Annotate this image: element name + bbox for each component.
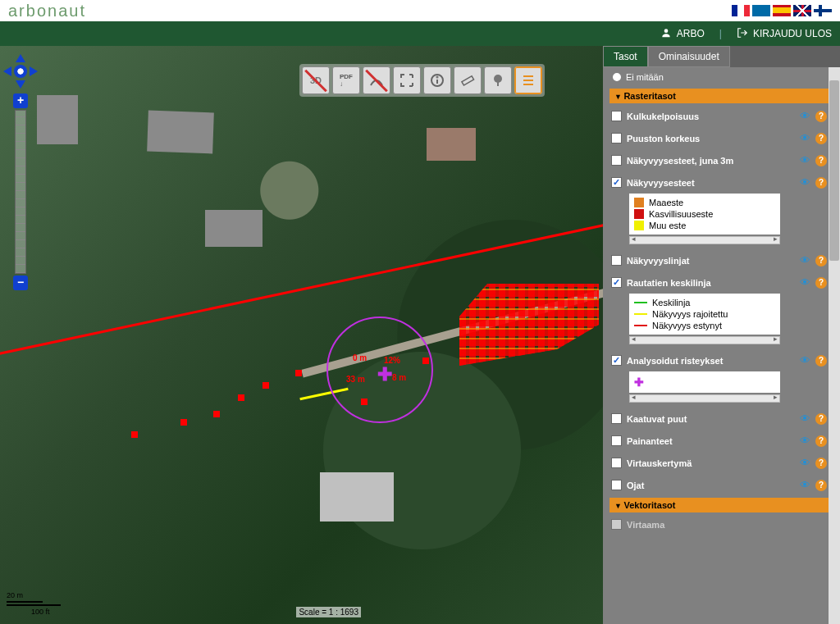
layer-checkbox[interactable]	[611, 177, 622, 188]
layer-checkbox[interactable]	[611, 111, 622, 121]
pan-right-button[interactable]	[30, 66, 38, 76]
layer-checkbox[interactable]	[611, 480, 622, 490]
visibility-icon[interactable]: 👁	[800, 154, 810, 166]
flag-fi[interactable]	[814, 5, 832, 16]
nav-control: + −	[5, 56, 36, 290]
pdf-export-button[interactable]: PDF↓	[332, 66, 360, 94]
map-toolbar: 3D PDF↓	[299, 64, 545, 97]
radio-icon	[613, 73, 621, 81]
flag-es[interactable]	[773, 5, 791, 16]
scale-bar: 20 m 100 ft	[7, 591, 61, 616]
layer-kulkukelpoisuus: Kulkukelpoisuus 👁 ?	[609, 105, 829, 127]
layer-checkbox[interactable]	[611, 133, 622, 143]
divider: |	[719, 28, 722, 39]
visibility-icon[interactable]: 👁	[800, 435, 810, 447]
help-icon[interactable]: ?	[815, 355, 827, 367]
pan-center-button[interactable]	[14, 65, 27, 78]
svg-point-5	[494, 75, 502, 83]
help-icon[interactable]: ?	[815, 133, 827, 144]
layer-virtaama: Virtaama	[609, 514, 829, 535]
svg-point-3	[437, 77, 438, 78]
layer-analysoidut-risteykset: Analysoidut risteykset 👁 ?	[609, 349, 829, 371]
basemap-none[interactable]: Ei mitään	[609, 71, 829, 87]
legend-crossings: ✚	[629, 371, 780, 393]
layer-kaatuvat-puut: Kaatuvat puut 👁 ?	[609, 408, 829, 430]
legend-toggle-button[interactable]	[514, 66, 542, 94]
visibility-icon[interactable]: 👁	[800, 479, 810, 491]
user-icon	[660, 27, 672, 41]
sidebar-tabs: Tasot Ominaisuudet	[603, 46, 840, 67]
help-icon[interactable]: ?	[815, 155, 827, 166]
measure-button[interactable]	[454, 66, 482, 94]
help-icon[interactable]: ?	[815, 177, 827, 189]
user-label[interactable]: ARBO	[677, 28, 705, 39]
layer-checkbox[interactable]	[611, 255, 622, 266]
zoom-out-button[interactable]: −	[13, 276, 28, 290]
obstacle-cell	[295, 370, 302, 376]
building	[37, 95, 78, 144]
legend-rail: Keskilinja Näkyvyys rajoitettu Näkyvyys …	[629, 294, 780, 335]
logout-icon	[737, 27, 748, 41]
visibility-icon[interactable]: 👁	[800, 176, 810, 189]
tab-ominaisuudet[interactable]: Ominaisuudet	[648, 46, 730, 67]
info-button[interactable]	[423, 66, 451, 94]
section-raster[interactable]: Rasteritasot	[609, 89, 829, 103]
layer-checkbox[interactable]	[611, 519, 622, 530]
layer-checkbox[interactable]	[611, 458, 622, 468]
visibility-icon[interactable]: 👁	[800, 457, 810, 469]
help-icon[interactable]: ?	[815, 458, 827, 469]
help-icon[interactable]: ?	[815, 255, 827, 266]
tree-button[interactable]	[484, 66, 512, 94]
layer-checkbox[interactable]	[611, 155, 622, 166]
layer-checkbox[interactable]	[611, 277, 622, 288]
legend-scrollbar[interactable]	[629, 236, 780, 244]
layer-nakyvyys-juna: Näkyvyysesteet, juna 3m 👁 ?	[609, 149, 829, 171]
help-icon[interactable]: ?	[815, 277, 827, 289]
layer-rautatien-keskilinja: Rautatien keskilinja 👁 ?	[609, 271, 829, 294]
help-icon[interactable]: ?	[815, 413, 827, 425]
flag-fr[interactable]	[732, 5, 750, 16]
zoom-slider[interactable]	[15, 110, 26, 274]
visibility-icon[interactable]: 👁	[800, 412, 810, 425]
pan-up-button[interactable]	[16, 54, 25, 62]
header-bar: ARBO | KIRJAUDU ULOS	[0, 21, 840, 46]
pan-left-button[interactable]	[3, 66, 11, 76]
measure-label: 12%	[384, 356, 400, 365]
help-icon[interactable]: ?	[815, 480, 827, 491]
visibility-icon[interactable]: 👁	[800, 354, 810, 367]
visibility-icon[interactable]: 👁	[800, 132, 810, 144]
tab-tasot[interactable]: Tasot	[603, 46, 648, 67]
layer-checkbox[interactable]	[611, 413, 622, 424]
fullscreen-button[interactable]	[393, 66, 421, 94]
obstacle-cell	[213, 411, 220, 417]
help-icon[interactable]: ?	[815, 111, 827, 122]
zoom-in-button[interactable]: +	[13, 93, 28, 108]
flag-gb[interactable]	[793, 5, 811, 16]
crossing-marker: ✚	[377, 364, 392, 385]
sidebar-scrollbar[interactable]	[829, 67, 840, 624]
visibility-icon[interactable]: 👁	[800, 276, 810, 289]
layer-nakyvyyslinjat: Näkyvyyslinjat 👁 ?	[609, 249, 829, 271]
section-vector[interactable]: Vektoritasot	[609, 498, 829, 512]
svg-point-0	[664, 29, 668, 33]
logout-button[interactable]: KIRJAUDU ULOS	[753, 28, 832, 39]
svg-rect-4	[462, 76, 474, 85]
measure-label: 8 m	[392, 373, 406, 382]
layer-checkbox[interactable]	[611, 355, 622, 366]
logo: arbonaut	[8, 2, 86, 20]
building	[320, 472, 394, 522]
help-icon[interactable]: ?	[815, 435, 827, 447]
legend-obstacles: Maaeste Kasvillisuuseste Muu este	[629, 194, 780, 235]
visibility-icon[interactable]: 👁	[800, 110, 810, 122]
visibility-icon[interactable]: 👁	[800, 254, 810, 266]
flag-se[interactable]	[752, 5, 770, 16]
legend-scrollbar[interactable]	[629, 336, 780, 344]
pan-down-button[interactable]	[16, 80, 25, 89]
map-viewport[interactable]: ✚ 0 m 33 m 12% 8 m + − 3D PDF↓	[0, 46, 603, 624]
legend-scrollbar[interactable]	[629, 394, 780, 403]
path-toggle-button[interactable]	[363, 66, 390, 94]
layer-checkbox[interactable]	[611, 435, 622, 446]
obstacle-cell	[262, 382, 269, 389]
3d-toggle-button[interactable]: 3D	[302, 66, 330, 94]
scale-ratio: Scale = 1 : 1693	[296, 607, 361, 617]
